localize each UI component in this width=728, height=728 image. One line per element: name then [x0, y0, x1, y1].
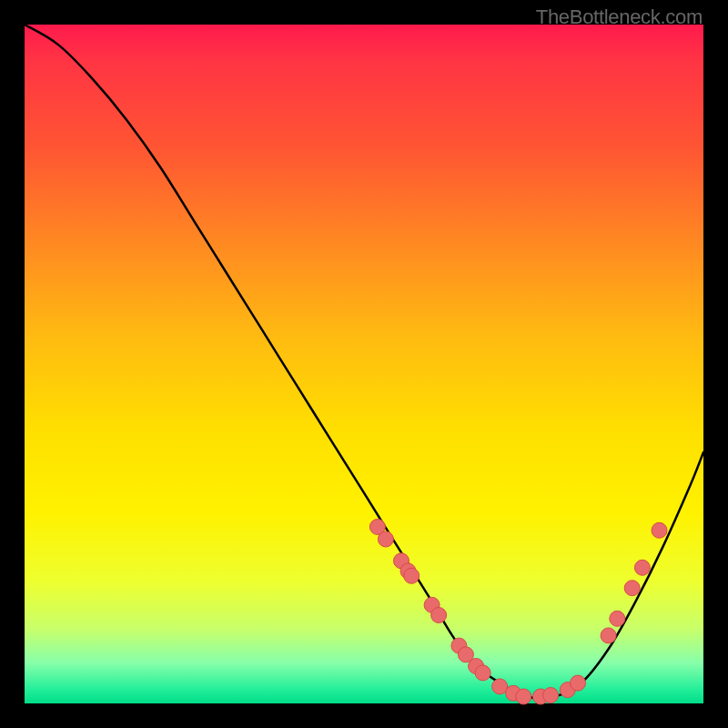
data-marker	[624, 581, 640, 596]
data-marker	[475, 665, 490, 681]
data-marker	[634, 560, 650, 575]
data-marker	[404, 568, 420, 583]
data-marker	[610, 611, 625, 626]
data-marker	[543, 688, 559, 703]
data-marker	[378, 531, 393, 547]
data-marker	[431, 608, 447, 623]
watermark-text: TheBottleneck.com	[536, 5, 703, 29]
data-marker	[652, 522, 667, 538]
chart-svg	[25, 25, 703, 703]
data-markers	[369, 520, 667, 705]
data-marker	[492, 679, 508, 694]
chart-plot-area	[25, 25, 703, 703]
data-marker	[571, 675, 586, 691]
bottleneck-curve	[25, 25, 703, 699]
data-marker	[516, 689, 531, 704]
data-marker	[601, 628, 616, 643]
